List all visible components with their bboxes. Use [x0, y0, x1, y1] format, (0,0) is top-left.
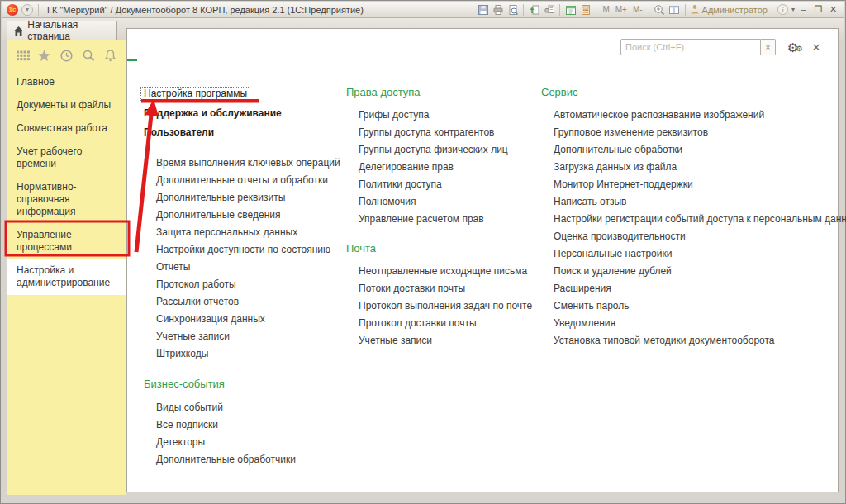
section-header-service: Сервис	[541, 85, 839, 99]
history-clock-icon[interactable]	[59, 49, 74, 63]
access-rights-links: Грифы доступаГруппы доступа контрагентов…	[359, 107, 536, 228]
settings-link[interactable]: Потоки доставки почты	[359, 280, 536, 297]
split-view-icon[interactable]	[668, 3, 681, 16]
settings-link[interactable]: Сменить пароль	[554, 297, 839, 315]
divider	[38, 4, 39, 16]
section-header-business-events: Бизнес-события	[144, 377, 338, 391]
settings-link[interactable]: Грифы доступа	[359, 107, 536, 124]
tab-home[interactable]: Начальная страница	[7, 21, 117, 40]
calculator-icon[interactable]	[579, 3, 592, 16]
settings-link[interactable]: Виды событий	[156, 399, 338, 416]
settings-link[interactable]: Управление расчетом прав	[359, 211, 536, 228]
settings-link[interactable]: Дополнительные обработки	[554, 141, 839, 159]
settings-link[interactable]: Протокол выполнения задач по почте	[359, 297, 536, 315]
1c-logo-icon: 1с	[7, 4, 18, 16]
settings-links: Время выполнения ключевых операцийДополн…	[156, 155, 338, 363]
settings-link[interactable]: Группы доступа физических лиц	[359, 141, 536, 159]
settings-link[interactable]: Дополнительные отчеты и обработки	[156, 172, 338, 189]
settings-link[interactable]: Синхронизация данных	[156, 311, 338, 328]
settings-link[interactable]: Защита персональных данных	[156, 224, 338, 241]
settings-link[interactable]: Дополнительные сведения	[156, 207, 338, 224]
settings-link[interactable]: Установка типовой методики документообор…	[554, 332, 839, 349]
settings-link[interactable]: Полномочия	[359, 193, 536, 211]
gear-icon[interactable]: ⚙⚙	[787, 41, 798, 54]
settings-link[interactable]: Написать отзыв	[554, 193, 839, 211]
active-form-indicator	[127, 59, 137, 61]
tab-home-label: Начальная страница	[27, 19, 111, 42]
export-document-icon[interactable]	[528, 3, 540, 16]
settings-link[interactable]: Штрихкоды	[156, 345, 338, 363]
calendar-icon[interactable]	[564, 3, 577, 16]
save-icon[interactable]	[477, 3, 489, 16]
settings-link[interactable]: Делегирование прав	[359, 159, 536, 176]
search-input[interactable]	[620, 39, 761, 55]
main-menu-button[interactable]: ▼	[21, 4, 33, 16]
sidebar-nav: Главное Документы и файлы Совместная раб…	[7, 71, 126, 295]
settings-link[interactable]: Поиск и удаление дублей	[554, 263, 839, 280]
settings-link[interactable]: Расширения	[554, 280, 839, 297]
memory-m-plus-button[interactable]: M+	[614, 5, 629, 14]
settings-link[interactable]: Дополнительные реквизиты	[156, 189, 338, 207]
settings-link[interactable]: Рассылки отчетов	[156, 293, 338, 311]
settings-link[interactable]: Настройки регистрации событий доступа к …	[554, 211, 839, 228]
settings-link[interactable]: Монитор Интернет-поддержки	[554, 176, 839, 193]
sidebar-item-timesheets[interactable]: Учет рабочего времени	[7, 140, 126, 176]
divider	[559, 4, 560, 16]
search-bar: × ⚙⚙ ✕	[620, 39, 820, 55]
settings-link[interactable]: Группы доступа контрагентов	[359, 124, 536, 141]
settings-link[interactable]: Отчеты	[156, 259, 338, 276]
user-name: Администратор	[702, 5, 768, 15]
sidebar-tools	[7, 40, 126, 71]
settings-link[interactable]: Дополнительные обработчики	[156, 451, 338, 468]
close-button[interactable]: ✕	[827, 3, 839, 16]
current-user[interactable]: Администратор	[690, 4, 768, 15]
print-preview-icon[interactable]	[506, 3, 519, 16]
sidebar-item-main[interactable]: Главное	[7, 71, 126, 94]
quick-print-icon[interactable]	[543, 3, 555, 16]
settings-link[interactable]: Детекторы	[156, 434, 338, 451]
settings-link[interactable]: Политики доступа	[359, 176, 536, 193]
settings-link[interactable]: Загрузка данных из файла	[554, 159, 839, 176]
sidebar-item-process-management[interactable]: Управление процессами	[7, 224, 126, 259]
sidebar-item-settings-administration[interactable]: Настройка и администрирование	[7, 259, 126, 295]
link-support-maintenance[interactable]: Поддержка и обслуживание	[144, 107, 338, 120]
settings-link[interactable]: Время выполнения ключевых операций	[156, 155, 338, 172]
settings-link[interactable]: Персональные настройки	[554, 245, 839, 263]
memory-m-button[interactable]: M	[601, 5, 611, 14]
settings-link[interactable]: Автоматическое распознавание изображений	[554, 107, 839, 124]
chevron-down-icon[interactable]: ▾	[791, 6, 795, 13]
titlebar-toolbar: M M+ M- Администратор i ▾ – ❐ ✕	[477, 3, 839, 16]
settings-link[interactable]: Протокол работы	[156, 276, 338, 293]
settings-link[interactable]: Все подписки	[156, 416, 338, 434]
section-header-access-rights: Права доступа	[346, 85, 536, 99]
link-users[interactable]: Пользователи	[144, 126, 338, 139]
settings-link[interactable]: Настройки доступности по состоянию	[156, 241, 338, 259]
maximize-button[interactable]: ❐	[812, 3, 825, 16]
all-functions-icon[interactable]	[16, 49, 30, 63]
search-clear-button[interactable]: ×	[761, 39, 776, 55]
settings-link[interactable]: Групповое изменение реквизитов	[554, 124, 839, 141]
print-icon[interactable]	[492, 3, 504, 16]
settings-link[interactable]: Уведомления	[554, 315, 839, 332]
settings-panel: × ⚙⚙ ✕ Настройка программы Поддержка и о…	[126, 28, 839, 492]
sidebar-item-reference-info[interactable]: Нормативно-справочная информация	[7, 176, 126, 224]
zoom-icon[interactable]	[654, 3, 666, 16]
settings-link[interactable]: Оценка производительности	[554, 228, 839, 245]
settings-link[interactable]: Учетные записи	[156, 328, 338, 345]
sidebar-item-collaboration[interactable]: Совместная работа	[7, 117, 126, 140]
app-window: 1с ▼ ГК "Меркурий" / Документооборот 8 К…	[0, 0, 846, 504]
settings-link[interactable]: Протокол доставки почты	[359, 315, 536, 332]
settings-link[interactable]: Неотправленные исходящие письма	[359, 263, 536, 280]
column-service: Сервис Автоматическое распознавание изоб…	[541, 85, 839, 349]
memory-m-minus-button[interactable]: M-	[631, 5, 644, 14]
notifications-bell-icon[interactable]	[103, 49, 117, 63]
info-icon[interactable]: i	[777, 3, 789, 16]
search-icon[interactable]	[82, 49, 96, 63]
favorites-star-icon[interactable]	[37, 49, 51, 63]
minimize-button[interactable]: –	[797, 3, 810, 16]
settings-link[interactable]: Учетные записи	[359, 332, 536, 349]
sidebar-item-documents[interactable]: Документы и файлы	[7, 94, 126, 117]
link-program-settings[interactable]: Настройка программы	[140, 87, 250, 101]
panel-close-icon[interactable]: ✕	[811, 41, 820, 54]
user-icon	[690, 4, 700, 15]
